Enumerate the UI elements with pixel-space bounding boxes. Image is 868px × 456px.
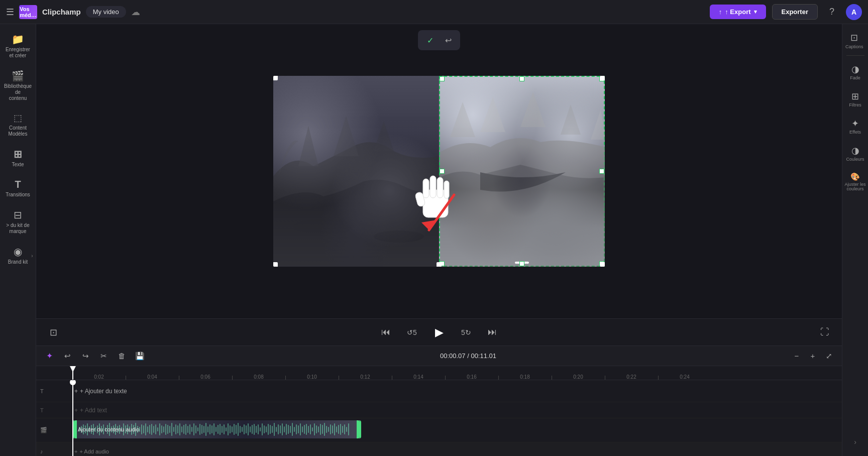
fit-timeline-button[interactable]: ⤢ xyxy=(822,349,836,363)
confirm-check-button[interactable]: ✓ xyxy=(422,32,438,48)
playhead-marker[interactable] xyxy=(72,366,73,380)
svg-rect-104 xyxy=(268,424,269,435)
svg-rect-72 xyxy=(203,426,204,433)
svg-rect-103 xyxy=(266,426,267,432)
ruler-mark-0:06: 0:06 xyxy=(179,374,232,380)
right-sidebar-adjust-colors[interactable]: 🎨 Ajuster lescouleurs xyxy=(843,168,867,196)
fullscreen-button[interactable]: ⛶ xyxy=(816,323,834,341)
svg-rect-124 xyxy=(308,426,309,433)
right-sidebar: ⊡ Captions ◑ Fade ⊞ Filtres ✦ Effets ◑ C… xyxy=(842,24,868,456)
clip-right-handle[interactable] xyxy=(357,420,360,438)
skip-forward-button[interactable]: ⏭ xyxy=(483,323,501,341)
sidebar-item-label-templates: ContentModèles xyxy=(9,125,28,137)
text-track-content[interactable]: + + Ajouter du texte xyxy=(72,380,842,402)
sidebar-item-transitions[interactable]: T Transitions xyxy=(2,175,34,202)
svg-rect-50 xyxy=(159,423,160,435)
crop-button[interactable]: ⊡ xyxy=(44,323,62,341)
svg-rect-91 xyxy=(242,427,243,432)
outer-handle-bm[interactable] xyxy=(437,262,442,267)
colors-label: Couleurs xyxy=(846,157,864,162)
sidebar-item-label-record: Enregistreret créer xyxy=(6,47,30,59)
outer-handle-bl[interactable] xyxy=(273,262,278,267)
redo-button[interactable]: ↪ xyxy=(78,349,92,363)
svg-rect-140 xyxy=(340,424,341,435)
logo-text: Vosméd… xyxy=(20,6,37,18)
sidebar-item-library[interactable]: 🎬 Bibliothèque decontenu xyxy=(2,66,34,105)
handle-middle-left[interactable] xyxy=(440,169,445,174)
add-text-plus-icon: + xyxy=(74,388,78,395)
sidebar-item-brand-kit[interactable]: ◉ Brand kit › xyxy=(2,242,34,269)
svg-point-1 xyxy=(374,231,424,243)
skip-back-button[interactable]: ⏮ xyxy=(377,323,395,341)
right-sidebar-collapse-button[interactable]: › xyxy=(850,434,860,450)
video-preview[interactable]: ✓ ↩ xyxy=(36,24,842,318)
magic-tool-button[interactable]: ✦ xyxy=(42,349,56,363)
sidebar-item-brand-kit-badge[interactable]: ⊟ > du kit de marque xyxy=(2,205,34,239)
confirm-undo-button[interactable]: ↩ xyxy=(440,32,456,48)
svg-rect-141 xyxy=(342,426,343,433)
zoom-controls: − + ⤢ xyxy=(790,349,836,363)
captions-button[interactable]: ⊡ Captions xyxy=(845,32,863,49)
svg-rect-131 xyxy=(322,425,323,434)
ruler-mark-0:20: 0:20 xyxy=(552,374,605,380)
handle-top-center[interactable] xyxy=(519,76,524,81)
add-text-button[interactable]: + + Ajouter du texte xyxy=(72,380,842,402)
clip-left-handle[interactable] xyxy=(74,420,77,438)
handle-middle-right[interactable] xyxy=(599,169,604,174)
video-canvas[interactable] xyxy=(273,76,605,267)
svg-rect-74 xyxy=(207,426,208,432)
svg-rect-44 xyxy=(147,426,148,432)
handle-tl[interactable] xyxy=(440,76,445,81)
topbar: ☰ Vosméd… Clipchamp My video ☁ ↑ ↑ Expor… xyxy=(0,0,868,24)
video-track-content[interactable]: // Generated waveform xyxy=(72,418,842,442)
sidebar-item-templates[interactable]: ⬚ ContentModèles xyxy=(2,108,34,141)
right-sidebar-effects[interactable]: ✦ Effets xyxy=(843,114,867,139)
adjust-colors-icon: 🎨 xyxy=(850,172,860,181)
user-avatar[interactable]: A xyxy=(846,4,862,20)
handle-bottom-center[interactable] xyxy=(519,261,524,266)
svg-rect-56 xyxy=(171,423,172,436)
audio-track-content[interactable]: + + Add audio xyxy=(72,442,842,456)
delete-button[interactable]: 🗑 xyxy=(115,349,129,363)
menu-icon[interactable]: ☰ xyxy=(6,7,14,18)
add-text-placeholder-content[interactable]: + + Add text xyxy=(72,402,842,418)
svg-rect-106 xyxy=(272,426,273,433)
timeline-playhead[interactable] xyxy=(72,380,73,456)
forward-5s-button[interactable]: 5↻ xyxy=(457,323,475,341)
text-icon: ⊞ xyxy=(14,148,22,160)
undo-button[interactable]: ↩ xyxy=(60,349,74,363)
sidebar-item-record[interactable]: 📁 Enregistreret créer xyxy=(2,29,34,63)
svg-rect-68 xyxy=(195,425,196,433)
ruler-mark-0:08: 0:08 xyxy=(232,374,285,380)
svg-rect-90 xyxy=(240,426,241,433)
play-button[interactable]: ▶ xyxy=(429,322,449,343)
outer-handle-tr[interactable] xyxy=(600,76,605,80)
svg-rect-73 xyxy=(205,423,206,436)
sidebar-item-text[interactable]: ⊞ Texte xyxy=(2,144,34,172)
svg-rect-79 xyxy=(218,425,219,434)
add-text-placeholder[interactable]: + + Add text xyxy=(72,402,842,418)
svg-rect-92 xyxy=(244,424,245,434)
svg-rect-113 xyxy=(286,424,287,435)
right-sidebar-fade[interactable]: ◑ Fade xyxy=(843,60,867,85)
preview-confirm-bar: ✓ ↩ xyxy=(418,30,460,50)
svg-rect-138 xyxy=(336,426,337,432)
timeline-body: 0:02 0:04 0:06 0:08 0:10 0:12 0:14 0:16 … xyxy=(36,366,842,456)
outer-handle-tl[interactable] xyxy=(273,76,278,80)
svg-rect-71 xyxy=(201,425,202,434)
export-button[interactable]: ↑ ↑ Export ▾ xyxy=(710,5,766,19)
zoom-in-button[interactable]: + xyxy=(806,349,820,363)
video-clip[interactable]: // Generated waveform xyxy=(72,420,361,438)
right-sidebar-filters[interactable]: ⊞ Filtres xyxy=(843,87,867,112)
rewind-5s-button[interactable]: ↺5 xyxy=(403,323,421,341)
help-button[interactable]: ? xyxy=(824,4,840,20)
outer-handle-br[interactable] xyxy=(600,262,605,267)
exporter-button[interactable]: Exporter xyxy=(772,4,818,20)
project-tab[interactable]: My video xyxy=(86,6,126,18)
add-audio-button[interactable]: + + Add audio xyxy=(72,442,842,456)
cut-button[interactable]: ✂ xyxy=(96,349,111,363)
right-sidebar-colors[interactable]: ◑ Couleurs xyxy=(843,141,867,166)
save-button[interactable]: 💾 xyxy=(133,349,147,363)
svg-rect-111 xyxy=(282,423,283,435)
zoom-out-button[interactable]: − xyxy=(790,349,804,363)
